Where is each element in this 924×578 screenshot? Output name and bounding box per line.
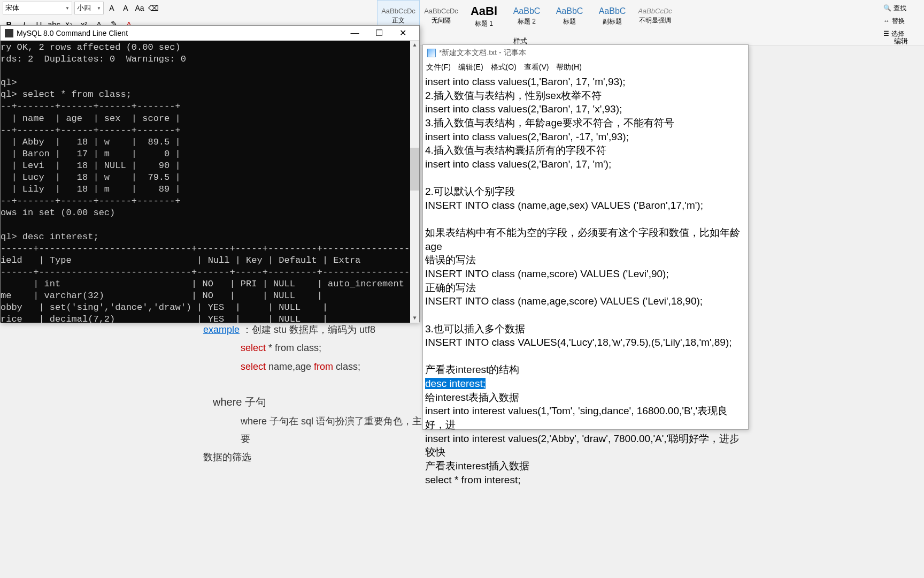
style-preview: AaBl [471, 4, 497, 18]
style-name: 副标题 [603, 17, 622, 26]
menu-item[interactable]: 查看(V) [524, 63, 549, 72]
terminal-window: MySQL 8.0 Command Line Client — ☐ ✕ ry O… [0, 25, 420, 322]
menu-item[interactable]: 编辑(E) [458, 63, 483, 72]
menu-item[interactable]: 帮助(H) [556, 63, 581, 72]
decrease-font-button[interactable]: A [120, 2, 132, 14]
scroll-up-arrow[interactable]: ▲ [410, 41, 419, 50]
style-name: 正文 [392, 16, 405, 25]
notepad-title: *新建文本文档.txt - 记事本 [439, 48, 526, 58]
chevron-down-icon: ▼ [97, 6, 101, 11]
edit-icon: ↔ [883, 17, 890, 25]
text-line: 3.也可以插入多个数据 [425, 322, 746, 336]
text-line: 正确的写法 [425, 281, 746, 295]
edit-item[interactable]: 🔍查找 [883, 2, 922, 14]
close-button[interactable]: ✕ [391, 26, 415, 41]
scrollbar-thumb[interactable] [410, 148, 419, 191]
edit-group-label: 编辑 [894, 36, 908, 46]
font-name-value: 宋体 [5, 3, 19, 13]
menu-item[interactable]: 格式(O) [491, 63, 517, 72]
notepad-menubar: 文件(F)编辑(E)格式(O)查看(V)帮助(H) [423, 61, 748, 74]
text-line [425, 308, 746, 322]
font-name-dropdown[interactable]: 宋体 ▼ [3, 2, 72, 14]
style-item[interactable]: AaBbCcDc不明显强调 [634, 0, 676, 32]
style-preview: AaBbCcDc [424, 7, 458, 15]
style-name: 标题 1 [475, 19, 493, 28]
terminal-title: MySQL 8.0 Command Line Client [17, 29, 343, 37]
keyword-from: from [314, 361, 333, 372]
style-item[interactable]: AaBl标题 1 [463, 0, 505, 32]
style-name: 标题 [563, 17, 576, 26]
text-line: INSERT INTO class VALUES(4,'Lucy',18,'w'… [425, 336, 746, 349]
text: name,age [266, 361, 314, 372]
style-item[interactable]: AaBbC副标题 [591, 0, 634, 32]
style-preview: AaBbC [513, 6, 541, 16]
minimize-button[interactable]: — [343, 26, 367, 41]
style-preview: AaBbCcDc [638, 7, 672, 15]
maximize-button[interactable]: ☐ [367, 26, 391, 41]
notepad-icon [427, 49, 436, 57]
style-preview: AaBbC [556, 6, 583, 16]
style-name: 无间隔 [432, 16, 451, 25]
font-size-dropdown[interactable]: 小四 ▼ [74, 2, 104, 14]
notepad-statusbar: < [423, 416, 435, 429]
text-line: 2.插入数值与表结构，性别sex枚举不符 [425, 89, 746, 103]
keyword-select: select [241, 343, 266, 353]
text-line [425, 349, 746, 363]
style-item[interactable]: AaBbCcDc无间隔 [420, 0, 463, 32]
text-line: 产看表interest的结构 [425, 363, 746, 377]
text-line: 4.插入数值与表结构囊括所有的字段不符 [425, 143, 746, 157]
edit-icon: ☰ [883, 30, 889, 37]
style-item[interactable]: AaBbC标题 2 [505, 0, 548, 32]
text-line: 错误的写法 [425, 253, 746, 267]
style-name: 标题 2 [518, 17, 536, 26]
chevron-down-icon: ▼ [65, 6, 70, 11]
text-line [425, 212, 746, 226]
notepad-titlebar[interactable]: *新建文本文档.txt - 记事本 [423, 45, 748, 61]
font-size-value: 小四 [77, 3, 91, 13]
text-line: 2.可以默认个别字段 [425, 185, 746, 199]
text-line: INSERT INTO class (name,age,sex) VALUES … [425, 199, 746, 212]
text-line: select * from interest; [425, 473, 746, 487]
text-line: insert into interest values(2,'Abby', 'd… [425, 432, 746, 459]
edit-item[interactable]: ↔替换 [883, 15, 922, 27]
edit-label: 查找 [894, 4, 906, 13]
increase-font-button[interactable]: A [106, 2, 118, 14]
text-line: INSERT INTO class (name,score) VALUES ('… [425, 267, 746, 281]
clear-format-button[interactable]: ⌫ [148, 2, 159, 14]
text-line: 如果表结构中有不能为空的字段，必须要有这个字段和数值，比如年龄age [425, 226, 746, 253]
text: class; [333, 361, 360, 372]
text: ：创建 stu 数据库，编码为 utf8 [240, 324, 375, 335]
styles-gallery[interactable]: AaBbCcDc正文AaBbCcDc无间隔AaBl标题 1AaBbC标题 2Aa… [377, 0, 682, 45]
text-line: insert into class values(2,'Baron', -17,… [425, 130, 746, 144]
edit-icon: 🔍 [883, 4, 891, 12]
text: where 子句在 sql 语句扮演了重要角色，主要 [203, 413, 422, 447]
terminal-body[interactable]: ry OK, 2 rows affected (0.00 sec) rds: 2… [1, 41, 419, 323]
word-document-content[interactable]: example ：创建 stu 数据库，编码为 utf8 select * fr… [203, 321, 422, 467]
change-case-button[interactable]: Aa [134, 2, 145, 14]
terminal-titlebar[interactable]: MySQL 8.0 Command Line Client — ☐ ✕ [1, 26, 419, 41]
text-line: insert into interest values(1,'Tom', 'si… [425, 404, 746, 431]
text-line [425, 171, 746, 185]
text: * from class; [266, 343, 321, 353]
text-line: insert into class values(2,'Baron', 17, … [425, 157, 746, 171]
menu-item[interactable]: 文件(F) [426, 63, 451, 72]
terminal-icon [5, 29, 13, 37]
notepad-text-area[interactable]: insert into class values(1,'Baron', 17, … [423, 74, 748, 488]
scrollbar[interactable]: ▲ ▼ [410, 41, 419, 323]
style-name: 不明显强调 [639, 16, 671, 25]
text-line: insert into class values(2,'Baron', 17, … [425, 102, 746, 116]
text-line-selected: desc interest; [425, 377, 746, 391]
keyword-select: select [241, 361, 266, 372]
text-line: insert into class values(1,'Baron', 17, … [425, 75, 746, 89]
terminal-output: ry OK, 2 rows affected (0.00 sec) rds: 2… [1, 42, 419, 323]
edit-label: 替换 [892, 17, 905, 26]
text-line: 3.插入数值与表结构，年龄age要求不符合，不能有符号 [425, 116, 746, 130]
example-link: example [203, 324, 240, 335]
text: 数据的筛选 [203, 448, 422, 466]
style-preview: AaBbC [599, 6, 626, 16]
text-line: 产看表interest插入数据 [425, 459, 746, 473]
notepad-window: *新建文本文档.txt - 记事本 文件(F)编辑(E)格式(O)查看(V)帮助… [422, 44, 749, 430]
text-line: INSERT INTO class (name,age,score) VALUE… [425, 294, 746, 308]
text-line: 给interest表插入数据 [425, 391, 746, 405]
style-item[interactable]: AaBbC标题 [548, 0, 591, 32]
